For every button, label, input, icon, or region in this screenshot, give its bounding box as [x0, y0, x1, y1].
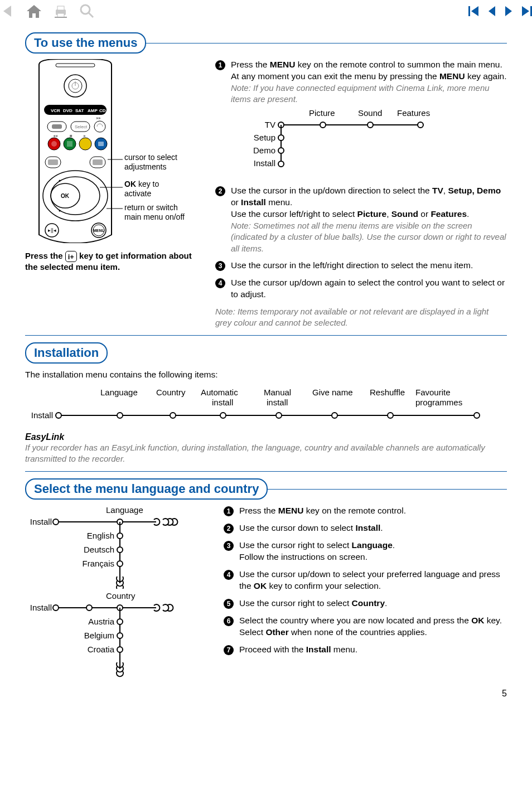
sl-step-4-marker: 4 — [224, 570, 234, 580]
remote-label-cursor-l2: adjustments — [124, 162, 166, 171]
svg-point-84 — [220, 413, 226, 418]
svg-point-108 — [117, 619, 123, 624]
svg-text:DVD: DVD — [63, 108, 72, 113]
svg-point-85 — [276, 413, 282, 418]
svg-point-58 — [320, 122, 326, 128]
svg-text:Language: Language — [100, 388, 138, 397]
step-3-marker: 3 — [215, 261, 225, 271]
svg-text:Demo: Demo — [253, 146, 275, 155]
svg-text:SAT: SAT — [75, 108, 84, 113]
remote-label-ok-bold: OK — [124, 180, 136, 188]
sl-s6-b: OK — [471, 616, 484, 625]
s2-feat: Features — [431, 209, 467, 219]
svg-point-63 — [278, 148, 284, 153]
first-icon[interactable] — [468, 5, 480, 17]
svg-rect-2 — [57, 13, 64, 17]
svg-rect-8 — [56, 64, 95, 67]
s1-b: MENU — [270, 60, 296, 69]
sl-s2-a: Use the cursor down to select — [239, 523, 356, 532]
sl-s1-b: MENU — [278, 506, 304, 515]
svg-rect-36 — [48, 159, 58, 165]
svg-point-104 — [86, 605, 92, 611]
svg-point-95 — [117, 533, 123, 539]
home-icon[interactable] — [26, 3, 42, 19]
last-icon[interactable] — [521, 5, 532, 17]
svg-text:Automatic: Automatic — [201, 388, 238, 397]
svg-point-39 — [43, 171, 108, 221]
s1-e: key again. — [465, 71, 507, 81]
step-1-marker: 1 — [215, 60, 225, 70]
s2-g: or — [418, 209, 431, 219]
sl-step-3-marker: 3 — [224, 541, 234, 551]
search-icon[interactable] — [79, 3, 95, 19]
svg-point-64 — [278, 161, 284, 167]
sl-s7-a: Proceed with the — [239, 645, 306, 654]
remote-label-return-l1: return or switch — [124, 203, 178, 212]
back-icon[interactable] — [0, 3, 16, 19]
sl-s3-b: Language — [352, 540, 393, 550]
svg-point-43 — [59, 180, 61, 182]
svg-text:AMP: AMP — [88, 108, 98, 113]
page-number: 5 — [25, 689, 507, 699]
svg-text:MENU: MENU — [93, 229, 105, 233]
menus-end-note: Note: Items temporary not available or n… — [215, 306, 507, 329]
s2-h: . — [467, 209, 469, 219]
svg-point-88 — [474, 413, 480, 418]
easylink-text: If your recorder has an EasyLink functio… — [25, 442, 507, 465]
svg-point-59 — [367, 122, 373, 128]
s2-c: or — [231, 197, 241, 207]
svg-text:Picture: Picture — [309, 108, 335, 118]
heading-use-menus: To use the menus — [25, 32, 146, 54]
svg-text:Manual: Manual — [264, 388, 291, 397]
divider-2 — [25, 471, 507, 472]
svg-text:Select: Select — [75, 124, 88, 129]
svg-point-86 — [332, 413, 337, 418]
svg-text:install: install — [212, 398, 233, 407]
svg-text:Sound: Sound — [358, 108, 382, 118]
svg-text:▸||◂: ▸||◂ — [48, 227, 56, 233]
installation-intro: The installation menu contains the follo… — [25, 369, 507, 381]
easylink-heading: EasyLink — [25, 432, 507, 442]
s2-d: menu. — [266, 197, 292, 207]
s2-setup: Setup, Demo — [448, 186, 501, 195]
svg-text:programmes: programmes — [415, 398, 462, 407]
svg-text:Install: Install — [30, 517, 52, 526]
svg-point-91 — [53, 519, 59, 525]
svg-text:OK: OK — [61, 193, 70, 199]
sl-step-7-marker: 7 — [224, 645, 234, 655]
svg-text:Belgium: Belgium — [84, 631, 114, 640]
sl-s1-a: Press the — [239, 506, 278, 515]
remote-label-ok-l2: activate — [124, 189, 151, 198]
sl-s5-a: Use the cursor right to select — [239, 598, 352, 608]
svg-text:Austria: Austria — [88, 617, 114, 626]
language-diagram: Language Install — [25, 505, 209, 591]
s2-sound: Sound — [391, 209, 418, 219]
svg-text:install: install — [267, 398, 288, 407]
sl-s7-b: Install — [306, 645, 331, 654]
svg-text:CD: CD — [99, 108, 106, 113]
next-icon[interactable] — [504, 5, 513, 17]
s1-note: Note: If you have connected equipment wi… — [231, 83, 507, 105]
svg-point-81 — [56, 413, 61, 418]
heading-rule-2 — [267, 489, 507, 490]
s2-e: Use the cursor left/right to select — [231, 209, 357, 219]
sl-s1-c: key on the remote control. — [303, 506, 406, 515]
svg-point-109 — [117, 633, 123, 638]
prev-icon[interactable] — [487, 5, 496, 17]
svg-point-29 — [51, 141, 57, 147]
svg-point-97 — [117, 561, 123, 566]
svg-text:Reshuffle: Reshuffle — [370, 388, 405, 397]
svg-point-40 — [51, 177, 100, 215]
svg-point-44 — [59, 210, 61, 212]
svg-point-103 — [53, 605, 59, 611]
svg-point-62 — [278, 135, 284, 141]
svg-text:Croatia: Croatia — [88, 645, 115, 654]
s2-f: , — [386, 209, 391, 219]
sl-step-6-marker: 6 — [224, 616, 234, 626]
svg-text:Country: Country — [156, 388, 186, 397]
print-icon[interactable] — [52, 3, 69, 19]
svg-point-83 — [170, 413, 176, 418]
sl-s6-f: when none of the countries applies. — [289, 627, 427, 637]
svg-line-5 — [89, 13, 93, 17]
sl-s6-e: Other — [265, 627, 288, 637]
